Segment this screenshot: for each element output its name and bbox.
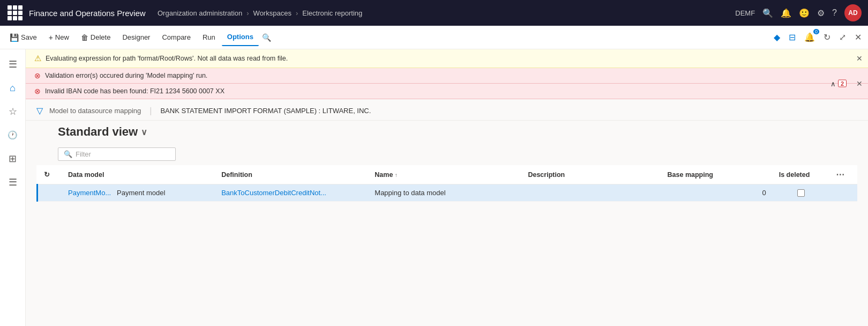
sidebar-toggle-icon[interactable]: ⊟ <box>787 30 798 45</box>
sidebar-item-home[interactable]: ⌂ <box>2 77 24 99</box>
emoji-icon[interactable]: 🙂 <box>799 8 810 18</box>
error-icon-2: ⊗ <box>34 87 41 95</box>
designer-button[interactable]: Designer <box>117 29 155 46</box>
compare-button[interactable]: Compare <box>156 29 196 46</box>
breadcrumb-chevron-1: › <box>246 9 249 17</box>
compare-label: Compare <box>162 33 190 41</box>
avatar[interactable]: AD <box>844 4 862 21</box>
col-header-description[interactable]: Description <box>521 165 661 184</box>
save-label: Save <box>21 33 37 41</box>
options-button[interactable]: Options <box>222 29 259 46</box>
table-header: ↻ Data model Definition Name ↑ <box>38 165 858 184</box>
row-name-cell: Mapping to data model <box>368 184 521 202</box>
sidebar-item-workspaces[interactable]: ⊞ <box>2 148 24 169</box>
designer-label: Designer <box>122 33 150 41</box>
col-header-name[interactable]: Name ↑ <box>368 165 521 184</box>
table-body: PaymentMo... Payment model BankToCustome… <box>38 184 858 202</box>
diamond-icon[interactable]: ◆ <box>772 30 782 45</box>
delete-label: Delete <box>91 33 111 41</box>
environment-label: DEMF <box>735 9 755 17</box>
more-cols-icon[interactable]: ⋯ <box>836 170 844 179</box>
notification-badge-icon[interactable]: 🔔 0 <box>802 30 817 45</box>
col-description-label: Description <box>528 171 565 179</box>
breadcrumb-workspaces[interactable]: Workspaces <box>253 9 291 17</box>
table-row[interactable]: PaymentMo... Payment model BankToCustome… <box>38 184 858 202</box>
sidebar-item-favorites[interactable]: ☆ <box>2 101 24 122</box>
refresh-col-icon: ↻ <box>44 171 50 179</box>
col-definition-label: Definition <box>221 171 252 179</box>
notification-icon[interactable]: 🔔 <box>781 8 791 18</box>
table-container: ↻ Data model Definition Name ↑ <box>26 165 868 202</box>
view-title-row: Standard view ∨ <box>26 121 868 144</box>
delete-button[interactable]: 🗑 Delete <box>76 29 116 46</box>
search-icon[interactable]: 🔍 <box>762 8 773 18</box>
filter-search-icon: 🔍 <box>64 150 72 158</box>
error-text-2: Invalid IBAN code has been found: FI21 1… <box>45 87 225 95</box>
delete-icon: 🗑 <box>81 33 88 42</box>
error-row-2: ⊗ Invalid IBAN code has been found: FI21… <box>26 84 868 99</box>
mapping-breadcrumb-right: BANK STATEMENT IMPORT FORMAT (SAMPLE) : … <box>160 107 371 115</box>
col-header-definition[interactable]: Definition <box>215 165 368 184</box>
row-base-mapping-cell: 0 <box>661 184 773 202</box>
error-text-1: Validation error(s) occured during 'Mode… <box>45 72 207 79</box>
col-header-data-model[interactable]: Data model <box>62 165 215 184</box>
view-title-chevron[interactable]: ∨ <box>141 127 147 137</box>
toolbar-right: ◆ ⊟ 🔔 0 ↻ ⤢ ✕ <box>772 30 864 45</box>
main-layout: ☰ ⌂ ☆ 🕐 ⊞ ☰ ⚠ Evaluating expression for … <box>0 49 868 326</box>
col-name-label: Name <box>375 171 393 179</box>
main-content: ⚠ Evaluating expression for path 'format… <box>26 49 868 326</box>
breadcrumb-org[interactable]: Organization administration <box>158 9 242 17</box>
filter-row: 🔍 Filter <box>26 144 868 165</box>
app-title: Finance and Operations Preview <box>29 9 147 18</box>
col-header-is-deleted[interactable]: Is deleted <box>773 165 829 184</box>
save-icon: 💾 <box>10 33 19 42</box>
data-model-short: PaymentMo... <box>68 189 111 197</box>
top-bar-right: DEMF 🔍 🔔 🙂 ⚙ ? AD <box>735 4 862 21</box>
sidebar-item-modules[interactable]: ☰ <box>2 172 24 193</box>
row-data-model-cell: PaymentMo... Payment model <box>62 184 215 202</box>
filter-funnel-icon[interactable]: ▽ <box>36 106 43 116</box>
error-close-button[interactable]: ✕ <box>856 79 863 88</box>
col-base-mapping-label: Base mapping <box>668 171 713 179</box>
error-row-1: ⊗ Validation error(s) occured during 'Mo… <box>26 68 868 84</box>
sidebar-item-recent[interactable]: 🕐 <box>2 124 24 146</box>
warning-close-button[interactable]: ✕ <box>856 54 863 63</box>
error-icon-1: ⊗ <box>34 71 41 80</box>
header-separator: | <box>149 106 152 116</box>
close-icon[interactable]: ✕ <box>852 30 864 45</box>
mapping-breadcrumb-left: Model to datasource mapping <box>49 107 141 115</box>
app-grid-button[interactable] <box>6 4 24 21</box>
run-label: Run <box>203 33 215 41</box>
row-definition-cell: BankToCustomerDebitCreditNot... <box>215 184 368 202</box>
is-deleted-checkbox[interactable] <box>797 189 805 197</box>
toolbar-search[interactable]: 🔍 <box>262 33 271 42</box>
help-icon[interactable]: ? <box>832 8 837 18</box>
row-more-cell <box>829 184 857 202</box>
col-header-refresh[interactable]: ↻ <box>38 165 62 184</box>
settings-icon[interactable]: ⚙ <box>817 8 825 18</box>
refresh-icon[interactable]: ↻ <box>821 30 833 45</box>
new-icon: + <box>49 33 53 42</box>
error-banner: ∧ 2 ✕ ⊗ Validation error(s) occured duri… <box>26 68 868 99</box>
filter-placeholder: Filter <box>76 150 91 158</box>
col-header-base-mapping[interactable]: Base mapping <box>661 165 773 184</box>
run-button[interactable]: Run <box>197 29 221 46</box>
options-label: Options <box>227 33 253 41</box>
sidebar-item-menu[interactable]: ☰ <box>2 54 24 75</box>
row-description-cell <box>521 184 661 202</box>
warning-text: Evaluating expression for path 'format/R… <box>46 55 288 62</box>
toolbar: 💾 Save + New 🗑 Delete Designer Compare R… <box>0 26 868 49</box>
data-table: ↻ Data model Definition Name ↑ <box>36 165 857 202</box>
breadcrumb: Organization administration › Workspaces… <box>158 9 735 17</box>
breadcrumb-er[interactable]: Electronic reporting <box>302 9 362 17</box>
error-count: 2 <box>838 80 847 87</box>
expand-icon[interactable]: ⤢ <box>837 30 848 45</box>
new-button[interactable]: + New <box>43 29 74 46</box>
filter-input-container[interactable]: 🔍 Filter <box>58 147 176 161</box>
row-select-cell <box>38 184 62 202</box>
col-header-more[interactable]: ⋯ <box>829 165 857 184</box>
new-label: New <box>55 33 69 41</box>
error-count-badge: ∧ 2 <box>830 79 847 87</box>
left-sidebar: ☰ ⌂ ☆ 🕐 ⊞ ☰ <box>0 49 26 326</box>
save-button[interactable]: 💾 Save <box>4 29 42 46</box>
